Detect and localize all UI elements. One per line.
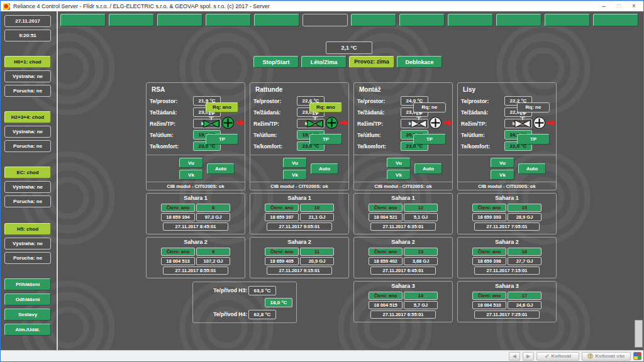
acknowledge-all-label: Kvitovat vše [595,353,625,359]
auto-button[interactable]: Auto [518,163,546,174]
nav-page-button[interactable] [496,14,541,26]
sahara-read-status: Čtení: ano [472,248,506,256]
sahara-panel: Sahara 2 Čtení: ano 13 18 659 402 3,68 G… [353,237,453,278]
te-komfort-label: Te/komfort: [253,143,297,150]
cib-status: CIB modul - CIT0200S: ok [147,184,245,189]
auto-button[interactable]: Auto [414,163,442,174]
acknowledge-all-button[interactable]: ! Kvitovat vše [582,352,631,361]
acknowledge-label: Kvitovat [551,353,571,359]
vk-button[interactable]: Vk [179,170,203,180]
supply-h3-label: Te/přívod H3: [194,287,247,293]
login-button[interactable]: Přihlášení [4,278,51,290]
tp-button[interactable]: TP [413,134,446,145]
pump-icon [429,116,442,129]
sahara-title: Sahara 1 [391,195,415,202]
tp-button[interactable]: TP [309,134,342,145]
tp-button[interactable]: TP [517,134,550,145]
vu-button[interactable]: Vu [283,158,307,168]
titlebar: Reliance 4 Control Server - Flídr s.r.o.… [0,0,644,11]
auto-button[interactable]: Auto [311,163,338,174]
sahara-values-row: 18 659 402 3,68 GJ [369,257,438,265]
sahara-read-status: Čtení: ano [369,248,402,256]
zone-divider [147,155,245,155]
sahara-panel: Sahara 1 Čtení: ano 10 18 659 397 21,1 G… [250,193,349,234]
vu-button[interactable]: Vu [491,158,514,168]
zone-divider [147,182,245,182]
sahara-values-row: 18 004 510 24,6 GJ [472,301,541,309]
fault-indicator: Porucha: ne [4,252,51,264]
minimize-button[interactable]: – [597,2,611,11]
status-group-h5: H5: chod Výstraha: ne Porucha: ne [4,223,57,264]
vu-button[interactable]: Vu [387,158,411,168]
nav-page-button[interactable] [351,14,396,26]
time-display: 9:20:51 [4,30,51,41]
alarms-events-button[interactable]: Alm./Udál. [4,324,51,336]
nav-page-button[interactable] [448,14,493,26]
cib-status: CIB modul - CIT0200S: ok [458,184,556,189]
te-zadana-label: Te/žádaná: [253,109,297,116]
sahara-values-row: 18 004 515 5,7 GJ [369,301,438,309]
flow-arrow-icon [236,119,245,126]
nav-page-button[interactable] [60,14,106,26]
nav-page-button[interactable] [399,14,445,26]
zone-column: Montáž Te/prostor: 24,0 °C Te/žádaná: 23… [353,82,453,322]
sahara-values-row: 18 659 398 27,7 GJ [472,257,541,265]
flow-arrow-icon [443,119,453,126]
sahara-read-status: Čtení: ano [472,292,506,300]
te-prostor-label: Te/prostor: [357,98,401,104]
nav-page-button[interactable] [254,14,299,26]
te-komfort-label: Te/komfort: [461,143,504,150]
valve-icon [203,116,219,128]
zone-panel: Rattunde Te/prostor: 22,6 °C Te/žádaná: … [250,82,349,190]
sahara-title: Sahara 1 [495,195,519,202]
nav-page-button[interactable] [206,14,251,26]
valve-icon [307,116,323,128]
sahara-read-row: Čtení: ano 9 [161,248,230,256]
sahara-energy-value: 21,1 GJ [300,213,334,221]
logout-button[interactable]: Odhlášení [4,293,51,305]
te-utlum-label: Te/útlum: [253,132,297,138]
vu-button[interactable]: Vu [179,158,203,168]
nav-page-button[interactable] [545,14,590,26]
cib-status: CIB modul - CIT0200S: ok [250,184,348,189]
auto-button[interactable]: Auto [207,163,235,174]
sahara-panel: Sahara 1 Čtení: ano 8 18 659 394 97,3 GJ… [146,193,245,234]
sahara-timestamp: 27.11.2017 6:35:01 [370,222,436,231]
warning-indicator: Výstraha: ne [4,70,51,82]
sahara-read-row: Čtení: ano 11 [265,248,334,256]
warning-indicator: Výstraha: ne [4,181,51,193]
sahara-timestamp: 27.11.2017 8:55:01 [163,266,228,275]
vk-button[interactable]: Vk [283,170,307,180]
sahara-values-row: 18 659 393 28,9 GJ [472,213,541,221]
nav-page-button[interactable] [303,14,348,26]
nav-page-button[interactable] [109,14,154,26]
vk-button[interactable]: Vk [387,170,411,180]
sahara-read-row: Čtení: ano 14 [369,292,438,300]
summer-winter-button[interactable]: Léto/Zima [301,56,347,68]
reports-button[interactable]: Sestavy [4,309,51,321]
plant-controls: Stop/Start Léto/Zima Provoz: zima Deblok… [253,56,442,68]
window-title: Reliance 4 Control Server - Flídr s.r.o.… [13,3,594,9]
sahara-list: Sahara 1 Čtení: ano 8 18 659 394 97,3 GJ… [146,193,245,278]
vk-button[interactable]: Vk [491,170,514,180]
zone-column: Lisy Te/prostor: 22,2 °C Te/žádaná: 22,0… [457,82,557,322]
warning-indicator: Výstraha: ne [4,238,51,250]
sidebar-divider [57,11,58,350]
stop-start-button[interactable]: Stop/Start [253,56,299,68]
deblock-button[interactable]: Deblokace [397,56,442,68]
maximize-button[interactable]: □ [612,2,626,11]
prev-alarm-button[interactable]: ◀ [509,352,520,361]
vertical-scrollbar-thumb[interactable] [635,320,643,348]
run-status-indicator: H5: chod [4,223,51,235]
acknowledge-button[interactable]: ✔ Kvitovat [536,352,579,361]
status-group-h234: H2+3+4: chod Výstraha: ne Porucha: ne [4,111,57,152]
next-alarm-button[interactable]: ▶ [523,352,534,361]
nav-page-button[interactable] [157,14,203,26]
sahara-panel: Sahara 3 Čtení: ano 14 18 004 515 5,7 GJ… [353,281,453,322]
close-button[interactable]: × [627,2,641,11]
alarm-list-icon[interactable] [633,352,641,360]
tp-button[interactable]: TP [206,134,238,145]
valve-icon [411,116,427,128]
nav-page-button[interactable] [593,14,638,26]
sahara-energy-value: 3,68 GJ [404,257,438,265]
